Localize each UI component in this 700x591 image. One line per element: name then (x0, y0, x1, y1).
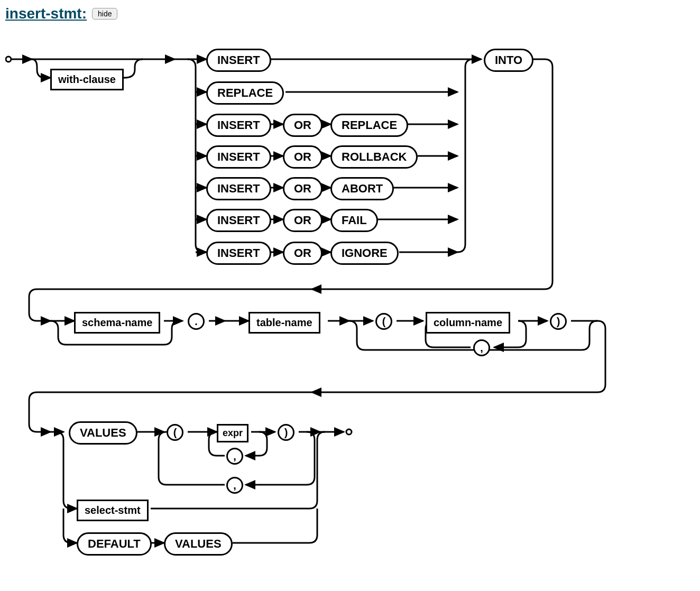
punct-dot: . (188, 313, 205, 330)
keyword-or: OR (283, 114, 323, 137)
punct-comma: , (226, 448, 243, 465)
punct-lparen: ( (167, 424, 183, 441)
keyword-fail: FAIL (330, 209, 378, 232)
rule-expr[interactable]: expr (217, 424, 248, 442)
diagram-title[interactable]: insert-stmt: (5, 5, 87, 22)
keyword-replace: REPLACE (330, 114, 408, 137)
keyword-ignore: IGNORE (330, 242, 399, 265)
keyword-insert: INSERT (206, 177, 271, 200)
keyword-values: VALUES (164, 532, 233, 556)
keyword-or: OR (283, 145, 323, 169)
punct-lparen: ( (375, 313, 392, 330)
keyword-values: VALUES (69, 421, 137, 445)
keyword-into: INTO (484, 49, 533, 72)
rule-table-name[interactable]: table-name (248, 312, 320, 334)
rule-schema-name[interactable]: schema-name (74, 312, 160, 334)
keyword-replace: REPLACE (206, 81, 284, 105)
keyword-abort: ABORT (330, 177, 394, 200)
rule-column-name[interactable]: column-name (426, 312, 510, 334)
hide-button[interactable]: hide (92, 8, 117, 20)
svg-point-1 (346, 429, 352, 435)
rule-with-clause[interactable]: with-clause (50, 69, 124, 90)
keyword-insert: INSERT (206, 242, 271, 265)
connector-lines (5, 30, 640, 559)
keyword-or: OR (283, 209, 323, 232)
punct-comma: , (473, 339, 490, 356)
rule-select-stmt[interactable]: select-stmt (77, 500, 149, 521)
keyword-insert: INSERT (206, 145, 271, 169)
punct-rparen: ) (278, 424, 294, 441)
keyword-default: DEFAULT (77, 532, 152, 556)
keyword-insert: INSERT (206, 49, 271, 72)
keyword-or: OR (283, 242, 323, 265)
keyword-rollback: ROLLBACK (330, 145, 418, 169)
punct-rparen: ) (550, 313, 567, 330)
svg-point-0 (6, 57, 11, 62)
keyword-or: OR (283, 177, 323, 200)
railroad-diagram: with-clause INSERT REPLACE INSERT OR REP… (5, 30, 640, 559)
keyword-insert: INSERT (206, 114, 271, 137)
punct-comma: , (226, 477, 243, 494)
keyword-insert: INSERT (206, 209, 271, 232)
